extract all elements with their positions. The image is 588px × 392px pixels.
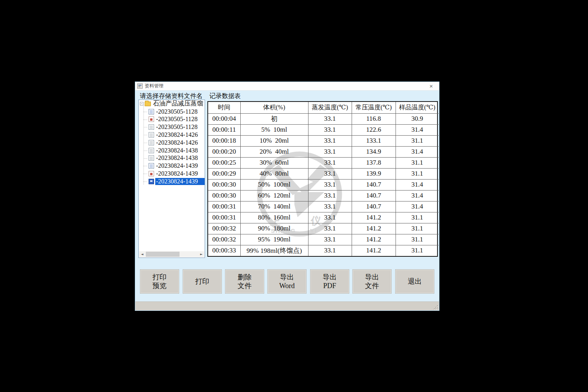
button-row: 打印预览打印删除文件导出Word导出PDF导出文件退出	[135, 269, 440, 294]
table-cell: 00:00:29	[208, 168, 240, 179]
table-row[interactable]: 00:00:3180% 160ml33.1141.231.1	[208, 212, 439, 223]
table-cell: 116.8	[352, 113, 396, 124]
table-cell: 40% 80ml	[240, 168, 308, 179]
table-row[interactable]: 00:00:3399% 198ml(终馏点)33.1141.231.1	[208, 245, 439, 256]
exit-button[interactable]: 退出	[395, 269, 434, 294]
tree-item-label: -20230824-1439	[155, 178, 205, 185]
table-cell: 00:00:04	[208, 113, 240, 124]
tree-item-label: -20230505-1128	[155, 108, 198, 115]
tree-item-label: -20230824-1438	[155, 154, 199, 162]
tree-item[interactable]: -20230824-1438	[139, 147, 205, 154]
scrollbar-track[interactable]	[145, 251, 198, 257]
print-button[interactable]: 打印	[183, 269, 222, 294]
table-cell: 33.1	[308, 201, 352, 212]
table-cell: 33.1	[308, 157, 352, 168]
table-cell: 60% 120ml	[240, 190, 308, 201]
resize-grip-icon[interactable]	[433, 305, 438, 310]
column-header: 体积(%)	[240, 102, 308, 113]
tree-item-label: -20230824-1426	[155, 139, 199, 146]
table-cell: 00:00:18	[208, 135, 240, 146]
tree-item[interactable]: -20230824-1439	[139, 178, 205, 185]
tree-item[interactable]: -20230505-1128	[139, 116, 205, 123]
table-cell: 00:00:11	[208, 124, 240, 135]
export-word-button[interactable]: 导出Word	[267, 269, 307, 294]
app-icon	[137, 83, 143, 89]
button-label-line: PDF	[323, 281, 336, 290]
button-label-line: 退出	[408, 277, 422, 286]
table-row[interactable]: 00:00:115% 10ml33.1122.631.4	[208, 124, 439, 135]
table-cell: 50% 100ml	[240, 179, 308, 190]
txt-file-icon	[149, 148, 154, 153]
tree-root-item[interactable]: - 石油产品减压蒸馏	[139, 100, 205, 108]
tree-item[interactable]: -20230824-1439	[139, 162, 205, 170]
tree-item[interactable]: -20230824-1426	[139, 139, 205, 147]
table-cell: 00:00:30	[208, 190, 240, 201]
print-preview-button[interactable]: 打印预览	[140, 269, 179, 294]
table-cell: 141.2	[352, 234, 396, 245]
table-cell: 31.1	[396, 245, 439, 256]
table-cell: 10% 20ml	[240, 135, 308, 146]
table-row[interactable]: 00:00:04初33.1116.830.9	[208, 113, 439, 124]
table-cell: 33.1	[308, 168, 352, 179]
file-list-label: 请选择存储资料文件名	[140, 92, 203, 100]
scrollbar-thumb[interactable]	[146, 252, 180, 257]
table-cell: 31.1	[396, 157, 439, 168]
titlebar[interactable]: 资料管理 ×	[135, 82, 439, 91]
button-label-line: 导出	[280, 273, 294, 281]
column-header: 常压温度(℃)	[352, 102, 396, 113]
word-file-icon	[149, 163, 154, 169]
tree-item-label: -20230824-1426	[155, 131, 199, 138]
table-cell: 00:00:33	[208, 245, 240, 256]
table-cell: 31.4	[396, 190, 439, 201]
window-title: 资料管理	[145, 83, 163, 89]
table-cell: 33.1	[308, 223, 352, 234]
pdf-file-icon	[149, 116, 154, 122]
table-row[interactable]: 00:00:2020% 40ml33.1134.931.4	[208, 146, 439, 157]
close-button[interactable]: ×	[426, 82, 437, 90]
collapse-expander-icon[interactable]: -	[140, 102, 143, 105]
table-row[interactable]: 00:00:1810% 20ml33.1133.131.1	[208, 135, 439, 146]
record-table-body: 00:00:04初33.1116.830.900:00:115% 10ml33.…	[208, 113, 439, 256]
table-row[interactable]: 00:00:3170% 140ml33.1140.731.4	[208, 201, 439, 212]
record-table-wrap: 上 仪 SHANG YI 时间体积(%)蒸发温度(℃)常压温度(℃)样品温度(℃…	[207, 101, 438, 257]
table-row[interactable]: 00:00:3050% 100ml33.1140.731.4	[208, 179, 439, 190]
tree-horizontal-scrollbar[interactable]: ◄ ►	[139, 251, 204, 257]
table-cell: 00:00:32	[208, 234, 240, 245]
delete-file-button[interactable]: 删除文件	[225, 269, 264, 294]
table-cell: 33.1	[308, 245, 352, 256]
file-tree: - 石油产品减压蒸馏 -20230505-1128-20230505-1128-…	[139, 100, 205, 251]
table-cell: 33.1	[308, 113, 352, 124]
file-tree-panel: - 石油产品减压蒸馏 -20230505-1128-20230505-1128-…	[138, 100, 205, 258]
table-cell: 31.4	[396, 201, 439, 212]
tree-item[interactable]: -20230505-1128	[139, 108, 205, 116]
export-pdf-button[interactable]: 导出PDF	[310, 269, 349, 294]
table-cell: 5% 10ml	[240, 124, 308, 135]
tree-item[interactable]: -20230824-1439	[139, 170, 205, 178]
button-label-line: 文件	[238, 281, 252, 290]
table-cell: 31.1	[396, 212, 439, 223]
table-row[interactable]: 00:00:2530% 60ml33.1137.831.1	[208, 157, 439, 168]
tree-root-label: 石油产品减压蒸馏	[152, 100, 204, 108]
table-cell: 95% 190ml	[240, 234, 308, 245]
table-cell: 70% 140ml	[240, 201, 308, 212]
table-cell: 141.2	[352, 245, 396, 256]
table-row[interactable]: 00:00:3290% 180ml33.1141.231.1	[208, 223, 439, 234]
table-row[interactable]: 00:00:3295% 190ml33.1141.231.1	[208, 234, 439, 245]
tree-item[interactable]: -20230824-1426	[139, 131, 205, 139]
table-cell: 31.4	[396, 124, 439, 135]
table-cell: 122.6	[352, 124, 396, 135]
table-cell: 141.2	[352, 212, 396, 223]
table-cell: 31.1	[396, 168, 439, 179]
tree-item[interactable]: -20230505-1128	[139, 123, 205, 131]
table-cell: 141.2	[352, 223, 396, 234]
table-cell: 31.4	[396, 179, 439, 190]
scroll-right-icon[interactable]: ►	[198, 251, 204, 257]
txt-file-icon	[149, 140, 154, 145]
table-row[interactable]: 00:00:3060% 120ml33.1140.731.4	[208, 190, 439, 201]
tree-item[interactable]: -20230824-1438	[139, 154, 205, 162]
table-row[interactable]: 00:00:2940% 80ml33.1139.931.1	[208, 168, 439, 179]
scroll-left-icon[interactable]: ◄	[139, 251, 145, 257]
table-cell: 00:00:25	[208, 157, 240, 168]
export-file-button[interactable]: 导出文件	[352, 269, 392, 294]
tree-item-label: -20230505-1128	[155, 123, 198, 131]
